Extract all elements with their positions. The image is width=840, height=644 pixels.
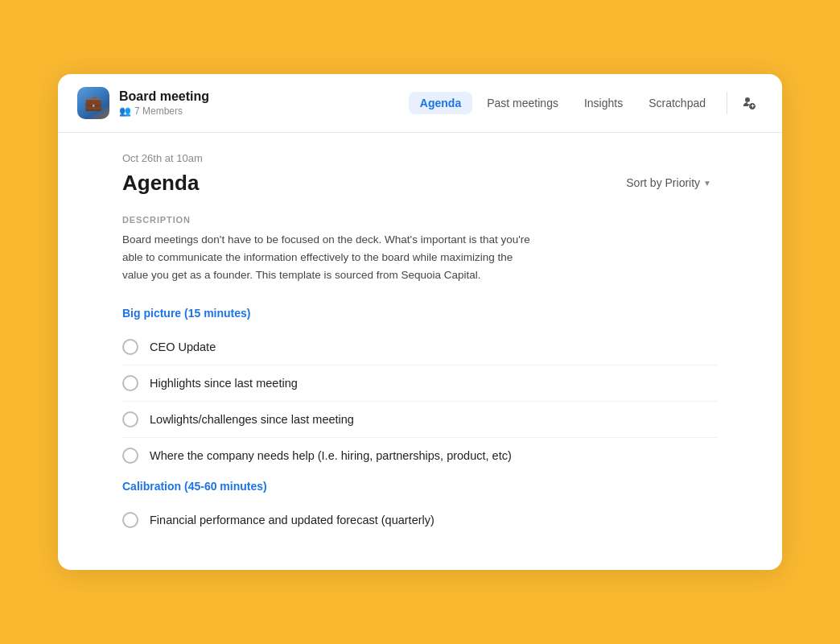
- header-title-group: Board meeting 👥 7 Members: [119, 89, 209, 117]
- sort-by-button[interactable]: Sort by Priority ▼: [620, 173, 718, 192]
- app-icon-inner: 💼: [77, 87, 109, 119]
- section-title-big-picture: Big picture (15 minutes): [122, 307, 718, 320]
- item-needs-help: Where the company needs help (I.e. hirin…: [150, 449, 512, 462]
- item-ceo-update: CEO Update: [150, 341, 216, 353]
- agenda-item: Highlights since last meeting: [122, 365, 718, 402]
- board-meeting-title: Board meeting: [119, 89, 209, 104]
- app-icon: 💼: [77, 87, 109, 119]
- tab-past-meetings[interactable]: Past meetings: [476, 92, 570, 114]
- checkbox-needs-help[interactable]: [122, 448, 138, 464]
- agenda-item: Financial performance and updated foreca…: [122, 502, 718, 538]
- checkbox-financial[interactable]: [122, 512, 138, 528]
- main-card: 💼 Board meeting 👥 7 Members Agenda Past …: [58, 74, 782, 571]
- section-title-calibration: Calibration (45-60 minutes): [122, 480, 718, 493]
- item-highlights: Highlights since last meeting: [150, 377, 298, 390]
- description-section: DESCRIPTION Board meetings don't have to…: [122, 215, 718, 285]
- date-label: Oct 26th at 10am: [122, 152, 718, 164]
- header: 💼 Board meeting 👥 7 Members Agenda Past …: [58, 74, 782, 133]
- item-lowlights: Lowlights/challenges since last meeting: [150, 413, 354, 426]
- add-member-button[interactable]: [737, 90, 763, 116]
- members-count: 7 Members: [134, 105, 183, 117]
- members-icon: 👥: [119, 105, 131, 117]
- agenda-item: Lowlights/challenges since last meeting: [122, 402, 718, 438]
- sort-by-label: Sort by Priority: [626, 176, 700, 189]
- agenda-item: CEO Update: [122, 329, 718, 365]
- tab-agenda[interactable]: Agenda: [409, 92, 472, 114]
- agenda-item: Where the company needs help (I.e. hirin…: [122, 438, 718, 473]
- header-nav: Agenda Past meetings Insights Scratchpad: [409, 90, 763, 116]
- add-member-icon: [742, 95, 758, 111]
- section-big-picture: Big picture (15 minutes) CEO Update High…: [122, 307, 718, 473]
- checkbox-highlights[interactable]: [122, 375, 138, 391]
- checkbox-lowlights[interactable]: [122, 411, 138, 427]
- section-calibration: Calibration (45-60 minutes) Financial pe…: [122, 480, 718, 538]
- agenda-title: Agenda: [122, 171, 199, 196]
- checkbox-ceo-update[interactable]: [122, 339, 138, 355]
- agenda-header-row: Agenda Sort by Priority ▼: [122, 171, 718, 196]
- tab-insights[interactable]: Insights: [573, 92, 634, 114]
- tab-scratchpad[interactable]: Scratchpad: [637, 92, 717, 114]
- header-divider: [727, 92, 727, 114]
- description-text: Board meetings don't have to be focused …: [122, 231, 541, 285]
- sort-arrow-icon: ▼: [703, 179, 711, 188]
- members-subtitle: 👥 7 Members: [119, 105, 209, 117]
- description-label: DESCRIPTION: [122, 215, 718, 225]
- item-financial: Financial performance and updated foreca…: [150, 514, 434, 526]
- main-content: Oct 26th at 10am Agenda Sort by Priority…: [58, 133, 782, 571]
